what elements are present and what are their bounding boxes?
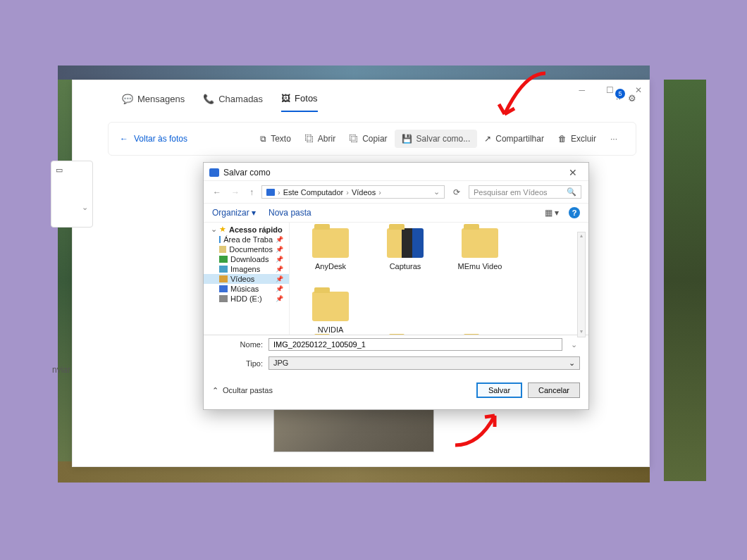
tab-calls[interactable]: 📞 Chamadas xyxy=(203,94,263,111)
text-icon: ⧉ xyxy=(260,134,266,144)
folder-icon xyxy=(387,228,424,258)
filetype-select[interactable]: JPG ⌄ xyxy=(268,356,580,370)
breadcrumb-root: Este Computador xyxy=(283,188,344,197)
folder-capturas[interactable]: Capturas xyxy=(378,228,432,270)
dialog-nav-row: ← → ↑ › Este Computador › Vídeos › ⌄ ⟳ P… xyxy=(204,181,588,204)
text-button[interactable]: ⧉ Texto xyxy=(253,130,298,148)
nav-up-button[interactable]: ↑ xyxy=(247,187,256,197)
share-icon: ↗ xyxy=(484,134,491,144)
organize-menu[interactable]: Organizar ▾ xyxy=(212,208,256,218)
delete-button[interactable]: 🗑 Excluir xyxy=(551,130,603,148)
pin-icon: 📌 xyxy=(276,256,283,263)
device-side-panel[interactable]: ▭ ⌄ xyxy=(51,161,93,228)
folder-anydesk[interactable]: AnyDesk xyxy=(304,228,357,270)
documents-icon xyxy=(219,246,226,253)
tree-hdd[interactable]: HDD (E:) 📌 xyxy=(204,294,289,304)
tree-documents[interactable]: Documentos 📌 xyxy=(204,244,289,254)
dialog-footer: ⌃ Ocultar pastas Salvar Cancelar xyxy=(204,373,588,405)
filetype-label: Tipo: xyxy=(212,359,263,368)
hide-folders-toggle[interactable]: ⌃ Ocultar pastas xyxy=(212,386,273,395)
cancel-button[interactable]: Cancelar xyxy=(528,382,580,398)
pin-icon: 📌 xyxy=(276,275,283,282)
tree-quick-access[interactable]: ⌄ ★ Acesso rápido xyxy=(204,224,289,235)
page-background: ─ ☐ ✕ 💬 Mensagens 📞 Chamadas 🖼 Fotos ·· … xyxy=(0,0,747,560)
chevron-up-icon: ⌃ xyxy=(212,386,218,395)
scrollbar[interactable]: ▴ ▾ xyxy=(577,232,586,337)
header-right: ·· 5 ⚙ xyxy=(616,93,636,104)
folder-nvidia[interactable]: NVIDIA xyxy=(304,292,357,334)
view-mode-button[interactable]: ▦ ▾ xyxy=(545,208,559,218)
tab-photos[interactable]: 🖼 Fotos xyxy=(281,93,318,112)
chat-icon: 💬 xyxy=(122,94,133,104)
photo-panel: ← Voltar às fotos ⧉ Texto ⿻ Abrir ⿻ Copi… xyxy=(108,122,636,156)
chevron-down-icon: ⌄ xyxy=(569,359,575,368)
tab-messages-label: Mensagens xyxy=(137,94,185,104)
star-icon: ★ xyxy=(219,225,226,234)
folder-memu[interactable]: MEmu Video xyxy=(453,228,507,270)
send-label-fragment: nviar xyxy=(52,365,70,375)
nav-forward-button[interactable]: → xyxy=(229,187,242,197)
dialog-title: Salvar como xyxy=(223,168,271,178)
tree-music[interactable]: Músicas 📌 xyxy=(204,284,289,294)
folder-icon xyxy=(462,228,498,258)
dialog-body: ⌄ ★ Acesso rápido Área de Traba 📌 Docume… xyxy=(204,223,588,335)
tree-videos[interactable]: Vídeos 📌 xyxy=(204,274,289,284)
dialog-close-button[interactable]: ✕ xyxy=(564,167,581,178)
trash-icon: 🗑 xyxy=(558,134,567,144)
new-folder-button[interactable]: Nova pasta xyxy=(268,208,311,218)
photo-preview-thumbnail xyxy=(273,409,434,452)
pin-icon: 📌 xyxy=(276,246,283,253)
copy-button[interactable]: ⿻ Copiar xyxy=(342,130,394,148)
delete-button-label: Excluir xyxy=(571,134,596,144)
tree-desktop[interactable]: Área de Traba 📌 xyxy=(204,235,289,244)
minimize-button[interactable]: ─ xyxy=(574,82,589,98)
videos-icon xyxy=(219,275,228,282)
open-button-label: Abrir xyxy=(318,134,335,144)
breadcrumb-folder: Vídeos xyxy=(352,188,376,197)
breadcrumb[interactable]: › Este Computador › Vídeos › ⌄ xyxy=(261,185,445,199)
text-button-label: Texto xyxy=(271,134,291,144)
save-as-dialog: Salvar como ✕ ← → ↑ › Este Computador › … xyxy=(203,162,589,410)
pin-icon: 📌 xyxy=(276,295,283,302)
help-button[interactable]: ? xyxy=(569,207,580,218)
tree-images[interactable]: Imagens 📌 xyxy=(204,264,289,274)
search-input[interactable]: Pesquisar em Vídeos 🔍 xyxy=(469,185,581,199)
gear-icon[interactable]: ⚙ xyxy=(628,93,636,104)
chevron-down-icon[interactable]: ⌄ xyxy=(56,203,88,212)
filename-input[interactable] xyxy=(268,338,562,351)
copy-icon: ⿻ xyxy=(350,134,358,144)
tab-messages[interactable]: 💬 Mensagens xyxy=(122,94,185,111)
tree-downloads[interactable]: Downloads 📌 xyxy=(204,254,289,264)
save-button[interactable]: Salvar xyxy=(476,382,522,398)
device-icon: ▭ xyxy=(56,166,63,174)
save-as-button[interactable]: 💾 Salvar como... xyxy=(395,130,478,148)
save-as-button-label: Salvar como... xyxy=(416,134,471,144)
desktop-wallpaper-top xyxy=(58,66,650,80)
nav-back-button[interactable]: ← xyxy=(211,187,223,197)
refresh-button[interactable]: ⟳ xyxy=(450,187,463,197)
pin-icon: 📌 xyxy=(276,285,283,292)
desktop-icon xyxy=(219,236,221,243)
search-placeholder: Pesquisar em Vídeos xyxy=(474,188,548,197)
open-button[interactable]: ⿻ Abrir xyxy=(298,130,342,148)
chevron-down-icon[interactable]: ⌄ xyxy=(433,187,440,197)
notification-badge[interactable]: ·· 5 xyxy=(616,93,621,104)
filename-row: Nome: ⌄ xyxy=(204,335,588,354)
downloads-icon xyxy=(219,256,228,263)
back-to-photos[interactable]: ← Voltar às fotos xyxy=(120,134,187,144)
chevron-down-icon[interactable]: ⌄ xyxy=(568,340,580,349)
open-icon: ⿻ xyxy=(305,134,314,144)
phone-icon: 📞 xyxy=(203,94,214,104)
music-icon xyxy=(219,285,228,292)
share-button-label: Compartilhar xyxy=(495,134,544,144)
filename-label: Nome: xyxy=(212,340,263,349)
scroll-up-icon: ▴ xyxy=(578,232,585,241)
filetype-row: Tipo: JPG ⌄ xyxy=(204,354,588,373)
more-menu[interactable]: ··· xyxy=(603,131,624,147)
organize-row: Organizar ▾ Nova pasta ▦ ▾ ? xyxy=(204,204,588,223)
tab-photos-label: Fotos xyxy=(295,93,318,104)
share-button[interactable]: ↗ Compartilhar xyxy=(477,130,551,148)
desktop-wallpaper-right xyxy=(664,80,706,481)
folder-icon xyxy=(312,228,349,258)
copy-button-label: Copiar xyxy=(362,134,387,144)
